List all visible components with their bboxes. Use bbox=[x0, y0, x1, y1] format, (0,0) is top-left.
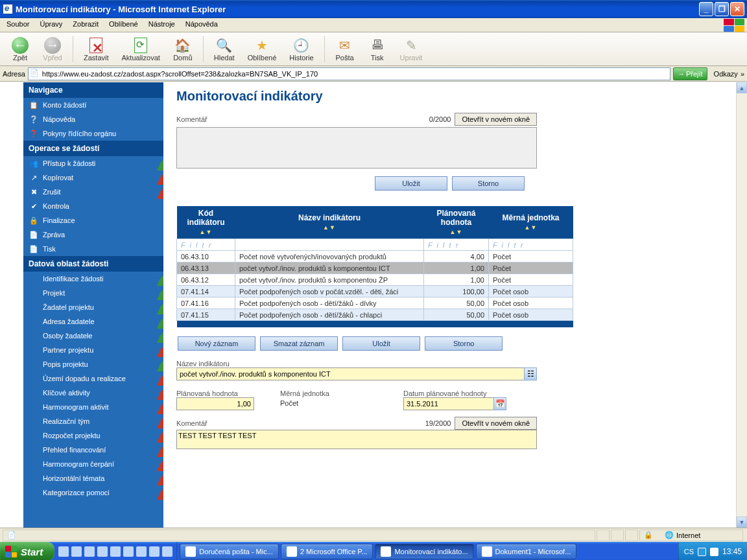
scroll-up-button[interactable]: ▲ bbox=[737, 82, 747, 93]
start-button[interactable]: Start bbox=[0, 542, 54, 560]
tray-icon[interactable] bbox=[710, 548, 718, 556]
tray-icon[interactable] bbox=[698, 548, 706, 556]
sidebar-item[interactable]: Kategorizace pomoci bbox=[23, 485, 163, 500]
planned-date-input[interactable] bbox=[403, 397, 494, 410]
date-picker-button[interactable]: 📅 bbox=[493, 397, 506, 410]
windows-logo-icon bbox=[5, 546, 17, 557]
grid-filter-row[interactable]: F i l t rF i l t rF i l t r bbox=[177, 239, 573, 251]
sidebar-item[interactable]: Realizační tým bbox=[23, 414, 163, 428]
save-button[interactable]: Uložit bbox=[375, 176, 447, 191]
sidebar-item[interactable]: Území dopadu a realizace bbox=[23, 371, 163, 386]
window-close-button[interactable]: ✕ bbox=[730, 2, 744, 16]
table-row[interactable]: 06.43.13počet vytvoř./inov. produktů s k… bbox=[177, 262, 573, 274]
sidebar-item[interactable]: Klíčové aktivity bbox=[23, 386, 163, 400]
toolbar-print[interactable]: 🖶 Tisk bbox=[361, 36, 394, 63]
sidebar-item[interactable]: Rozpočet projektu bbox=[23, 428, 163, 443]
go-button[interactable]: Přejít bbox=[673, 67, 707, 80]
taskbar-app-button[interactable]: Doručená pošta - Mic... bbox=[180, 544, 279, 559]
menu-favorites[interactable]: Oblíbené bbox=[104, 18, 143, 32]
grid-col-name[interactable]: Název indikátoru▲▼ bbox=[235, 206, 424, 239]
toolbar-favorites[interactable]: ★ Oblíbené bbox=[241, 36, 283, 63]
menu-help[interactable]: Nápověda bbox=[180, 18, 223, 32]
language-indicator[interactable]: CS bbox=[684, 548, 694, 555]
sidebar-item[interactable]: Popis projektu bbox=[23, 357, 163, 371]
toolbar-edit[interactable]: ✎ Upravit bbox=[394, 36, 429, 63]
scroll-down-button[interactable]: ▼ bbox=[737, 517, 747, 528]
window-minimize-button[interactable]: _ bbox=[699, 2, 713, 16]
sidebar-item[interactable]: 🔒Finalizace bbox=[23, 213, 163, 228]
ql-icon[interactable] bbox=[58, 546, 69, 557]
grid-col-value[interactable]: Plánovaná hodnota▲▼ bbox=[424, 206, 489, 239]
sidebar-item[interactable]: ✖Zrušit bbox=[23, 185, 163, 199]
table-row[interactable]: 07.41.16Počet podpořených osob - dětí/žá… bbox=[177, 298, 573, 309]
links-button[interactable]: Odkazy bbox=[714, 70, 738, 78]
toolbar-forward[interactable]: → Vpřed bbox=[36, 36, 69, 63]
chevron-right-icon[interactable]: » bbox=[741, 70, 744, 78]
sidebar-item[interactable]: 👥Přístup k žádosti bbox=[23, 156, 163, 170]
sidebar-item[interactable]: Horizontální témata bbox=[23, 471, 163, 485]
grid-col-unit[interactable]: Měrná jednotka▲▼ bbox=[489, 206, 573, 239]
sidebar-item[interactable]: ❔Nápověda bbox=[23, 112, 163, 126]
sidebar-item[interactable]: Přehled financování bbox=[23, 443, 163, 457]
sidebar-item[interactable]: Harmonogram čerpání bbox=[23, 457, 163, 471]
cancel-button[interactable]: Storno bbox=[452, 176, 525, 191]
comment-textarea[interactable] bbox=[176, 127, 537, 169]
save-button-2[interactable]: Uložit bbox=[342, 336, 420, 351]
table-row[interactable]: 07.41.14Počet podpořených osob v počát.v… bbox=[177, 286, 573, 298]
scrollbar-vertical[interactable]: ▲ ▼ bbox=[736, 82, 747, 528]
taskbar-app-button[interactable]: Monitorovací indikáto... bbox=[375, 544, 473, 559]
sidebar-item[interactable]: Identifikace žádosti bbox=[23, 272, 163, 286]
indicator-name-input[interactable] bbox=[176, 368, 525, 380]
sidebar-item[interactable]: 📄Zpráva bbox=[23, 228, 163, 242]
ql-icon[interactable] bbox=[162, 546, 172, 557]
sidebar-item[interactable]: ✔Kontrola bbox=[23, 199, 163, 213]
toolbar-back[interactable]: ← Zpět bbox=[4, 36, 36, 63]
planned-value-input[interactable] bbox=[176, 397, 254, 410]
sidebar-item[interactable]: Projekt bbox=[23, 286, 163, 300]
address-field[interactable]: 📄 https://www.eu-zadost.cz/zadost.aspx?s… bbox=[28, 67, 670, 80]
toolbar-home[interactable]: 🏠 Domů bbox=[167, 36, 199, 63]
clock[interactable]: 13:45 bbox=[722, 547, 742, 556]
sidebar-item[interactable]: 📋Konto žádostí bbox=[23, 98, 163, 112]
sidebar-item[interactable]: ❓Pokyny řídícího orgánu bbox=[23, 126, 163, 141]
ql-icon[interactable] bbox=[149, 546, 160, 557]
menu-view[interactable]: Zobrazit bbox=[67, 18, 104, 32]
sidebar-item[interactable]: Partner projektu bbox=[23, 343, 163, 357]
sidebar-item[interactable]: Žadatel projektu bbox=[23, 300, 163, 314]
open-new-window-button[interactable]: Otevřít v novém okně bbox=[455, 113, 537, 126]
table-row[interactable]: 06.43.10Počet nově vytvořených/inovovaný… bbox=[177, 251, 573, 262]
toolbar-refresh[interactable]: Aktualizovat bbox=[115, 36, 167, 63]
table-row[interactable]: 06.43.12počet vytvoř./inov. produktů s k… bbox=[177, 274, 573, 286]
sidebar-item[interactable]: Harmonogram aktivit bbox=[23, 400, 163, 414]
toolbar-search[interactable]: 🔍 Hledat bbox=[208, 36, 241, 63]
ql-icon[interactable] bbox=[84, 546, 95, 557]
menu-file[interactable]: Soubor bbox=[1, 18, 34, 32]
grid-col-code[interactable]: Kód indikátoru▲▼ bbox=[177, 206, 235, 239]
ql-icon[interactable] bbox=[97, 546, 108, 557]
sidebar-item[interactable]: ↗Kopírovat bbox=[23, 170, 163, 185]
name-picker-button[interactable]: ☷ bbox=[524, 368, 537, 380]
menu-edit[interactable]: Úpravy bbox=[34, 18, 67, 32]
new-record-button[interactable]: Nový záznam bbox=[178, 336, 255, 351]
scroll-track[interactable] bbox=[737, 93, 747, 517]
delete-record-button[interactable]: Smazat záznam bbox=[260, 336, 338, 351]
ql-icon[interactable] bbox=[136, 546, 147, 557]
open-new-window-button-2[interactable]: Otevřít v novém okně bbox=[455, 417, 537, 430]
sidebar-item-label: Osoby žadatele bbox=[43, 332, 92, 340]
taskbar-app-button[interactable]: Dokument1 - Microsof... bbox=[476, 544, 577, 559]
ql-icon[interactable] bbox=[71, 546, 82, 557]
toolbar-stop[interactable]: Zastavit bbox=[77, 36, 115, 63]
sidebar-item[interactable]: Osoby žadatele bbox=[23, 329, 163, 343]
menu-tools[interactable]: Nástroje bbox=[143, 18, 180, 32]
sidebar-item[interactable]: 📄Tisk bbox=[23, 242, 163, 256]
sidebar-item[interactable]: Adresa žadatele bbox=[23, 314, 163, 329]
toolbar-history[interactable]: 🕘 Historie bbox=[283, 36, 320, 63]
window-restore-button[interactable]: ❐ bbox=[715, 2, 729, 16]
toolbar-mail[interactable]: ✉ Pošta bbox=[329, 36, 361, 63]
table-row[interactable]: 07.41.15Počet podpořených osob - dětí/žá… bbox=[177, 309, 573, 321]
cancel-button-2[interactable]: Storno bbox=[425, 336, 503, 351]
comment2-textarea[interactable]: TEST TEST TEST TEST bbox=[176, 430, 537, 449]
ql-icon[interactable] bbox=[110, 546, 121, 557]
taskbar-app-button[interactable]: 2 Microsoft Office P... bbox=[281, 544, 374, 559]
ql-icon[interactable] bbox=[123, 546, 134, 557]
